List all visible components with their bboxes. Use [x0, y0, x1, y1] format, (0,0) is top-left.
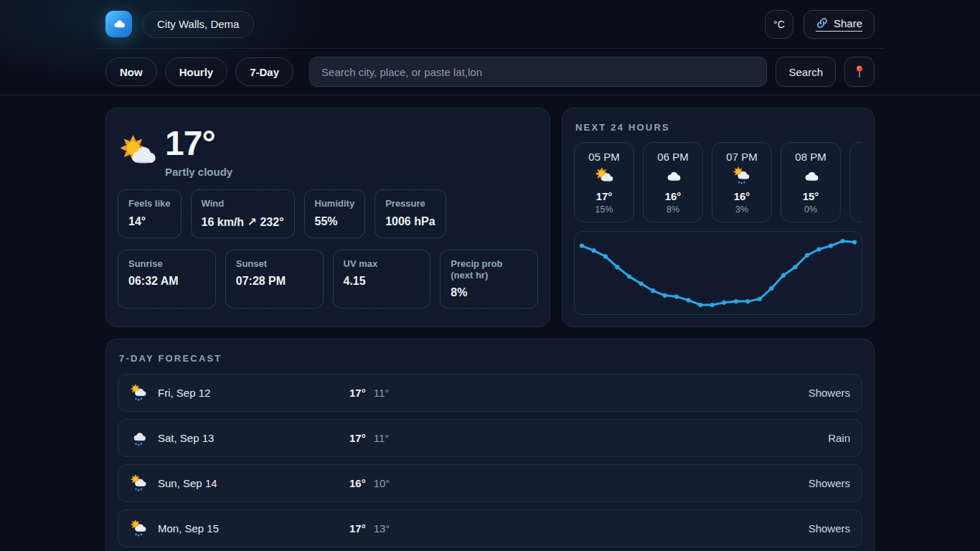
chip-temperature: 15° [784, 190, 837, 202]
stat-label: UV max [344, 258, 420, 270]
sun-behind-cloud-icon [595, 166, 613, 185]
current-temperature: 17° [165, 126, 232, 161]
forecast-day-name: Fri, Sep 12 [158, 387, 210, 399]
chip-temperature: 15° [853, 190, 862, 202]
tab-now[interactable]: Now [105, 57, 157, 86]
chip-precip-probability: 3% [715, 204, 768, 215]
stat-label: Humidity [315, 198, 355, 209]
location-button[interactable]: City Walls, Dema [142, 11, 254, 38]
stat-tile-sunset: Sunset07:28 PM [225, 250, 324, 309]
rain-icon [130, 429, 148, 447]
forecast-low-temp: 13° [374, 522, 390, 534]
stat-value: 07:28 PM [236, 275, 313, 288]
stat-label: Feels like [128, 198, 171, 209]
hourly-chip[interactable]: 06 PM16°8% [643, 142, 703, 222]
current-condition: Partly cloudy [165, 166, 232, 178]
chip-temperature: 17° [578, 190, 631, 202]
forecast-high-temp: 17° [349, 432, 366, 444]
stat-tile-precip-prob-next-hr-: Precip prob (next hr)8% [440, 250, 538, 309]
seven-day-forecast-title: 7-DAY FORECAST [119, 353, 862, 364]
forecast-row[interactable]: Sat, Sep 1317°11°Rain [118, 419, 862, 457]
hourly-chip[interactable]: 08 PM15°0% [781, 142, 841, 222]
forecast-condition: Showers [809, 477, 850, 489]
stat-label: Wind [202, 198, 284, 209]
chip-temperature: 16° [646, 190, 699, 202]
chip-precip-probability: 0% [853, 204, 862, 215]
share-button[interactable]: Share [804, 10, 875, 39]
stat-value: 55% [315, 215, 355, 228]
sun-shower-icon [732, 166, 751, 185]
chip-time: 06 PM [646, 151, 699, 163]
chip-time: 07 PM [715, 151, 768, 163]
current-hero: 17° Partly cloudy [118, 120, 538, 178]
hourly-chip[interactable]: 07 PM16°3% [712, 142, 772, 222]
header-bar: City Walls, Dema °C Share [0, 0, 980, 49]
temperature-trend-chart [574, 231, 862, 315]
stat-label: Sunrise [128, 258, 205, 270]
share-label: Share [834, 17, 862, 29]
next-24-hours-card: NEXT 24 HOURS 05 PM17°15%06 PM16°8%07 PM… [562, 108, 875, 327]
chip-temperature: 16° [715, 190, 768, 202]
pin-icon [852, 65, 867, 79]
hourly-chip[interactable]: 09 PM15°0% [849, 142, 862, 222]
forecast-low-temp: 11° [374, 387, 390, 399]
forecast-day-left: Mon, Sep 15 [130, 519, 349, 537]
forecast-low-temp: 11° [374, 432, 390, 444]
main-content: 17° Partly cloudy Feels like14°Wind16 km… [95, 108, 885, 551]
cloud-icon [801, 166, 820, 185]
forecast-low-temp: 10° [374, 477, 390, 489]
chip-precip-probability: 8% [646, 204, 699, 215]
forecast-day-name: Sat, Sep 13 [158, 432, 214, 444]
sun-shower-icon [130, 474, 148, 492]
stat-value: 8% [451, 286, 527, 299]
search-input[interactable] [309, 57, 767, 87]
forecast-rows: Fri, Sep 1217°11°ShowersSat, Sep 1317°11… [118, 374, 862, 551]
stat-tile-feels-like: Feels like14° [118, 189, 182, 237]
tab-hourly[interactable]: Hourly [165, 57, 228, 86]
forecast-row[interactable]: Sun, Sep 1416°10°Showers [118, 464, 862, 502]
forecast-row[interactable]: Fri, Sep 1217°11°Showers [118, 374, 862, 412]
stat-tile-uv-max: UV max4.15 [333, 250, 431, 309]
hourly-chips-row: 05 PM17°15%06 PM16°8%07 PM16°3%08 PM15°0… [574, 142, 862, 222]
forecast-day-left: Sun, Sep 14 [130, 474, 349, 492]
stat-value: 16 km/h ↗ 232° [202, 215, 284, 229]
chip-precip-probability: 0% [784, 204, 837, 215]
seven-day-forecast-card: 7-DAY FORECAST Fri, Sep 1217°11°ShowersS… [105, 339, 875, 551]
nav-bar: NowHourly7-Day Search [0, 49, 980, 95]
forecast-day-left: Sat, Sep 13 [130, 429, 349, 447]
stat-tile-sunrise: Sunrise06:32 AM [118, 250, 216, 309]
temperature-line-chart [575, 232, 862, 314]
forecast-day-left: Fri, Sep 12 [130, 384, 349, 402]
stat-tile-wind: Wind16 km/h ↗ 232° [191, 189, 295, 237]
stat-value: 06:32 AM [128, 275, 205, 288]
chip-time: 08 PM [784, 151, 837, 163]
stat-tile-pressure: Pressure1006 hPa [374, 189, 446, 237]
forecast-day-name: Sun, Sep 14 [158, 477, 217, 489]
forecast-condition: Showers [809, 387, 850, 399]
forecast-condition: Rain [828, 432, 850, 444]
partly-cloudy-icon [119, 133, 156, 171]
forecast-high-temp: 17° [349, 387, 366, 399]
forecast-day-name: Mon, Sep 15 [158, 522, 219, 534]
stat-value: 1006 hPa [385, 215, 435, 228]
chip-precip-probability: 15% [578, 204, 631, 215]
current-weather-card: 17° Partly cloudy Feels like14°Wind16 km… [105, 108, 550, 327]
cloud-logo-icon [111, 17, 126, 32]
stat-tile-humidity: Humidity55% [304, 189, 366, 237]
tab-7-day[interactable]: 7-Day [235, 57, 293, 86]
view-tabs: NowHourly7-Day [105, 57, 293, 86]
hourly-chip[interactable]: 05 PM17°15% [574, 142, 634, 222]
stat-value: 14° [128, 215, 171, 228]
forecast-row[interactable]: Mon, Sep 1517°13°Showers [118, 509, 862, 547]
stat-label: Sunset [236, 258, 313, 270]
sun-shower-icon [130, 519, 148, 537]
use-my-location-button[interactable] [844, 57, 875, 87]
cloud-icon [664, 166, 682, 185]
app-logo[interactable] [105, 11, 132, 37]
unit-toggle-button[interactable]: °C [765, 10, 793, 39]
search-button[interactable]: Search [776, 57, 836, 87]
link-icon [816, 17, 829, 29]
stat-label: Precip prob (next hr) [451, 258, 527, 282]
forecast-condition: Showers [809, 522, 850, 534]
sun-shower-icon [130, 384, 148, 402]
